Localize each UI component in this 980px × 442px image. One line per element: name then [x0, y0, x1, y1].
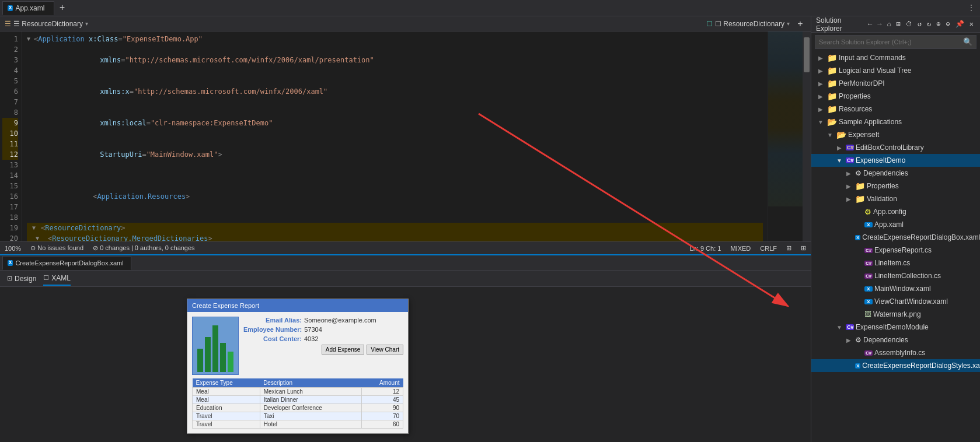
code-line-3: xmlns:x="http://schemas.microsoft.com/wi…: [27, 76, 763, 107]
preview-title-bar: Create Expense Report: [187, 299, 408, 312]
member-dropdown[interactable]: ☐ ☐ ResourceDictionary ▾: [706, 20, 790, 28]
proj-icon: C#: [846, 324, 854, 330]
se-minus-btn[interactable]: ⊖: [944, 19, 952, 29]
xaml-icon: X: [864, 286, 873, 292]
item-label: ViewChartWindow.xaml: [874, 297, 948, 306]
expense-cell: Mexican Lunch: [260, 388, 361, 396]
se-search-input[interactable]: [819, 38, 961, 45]
item-label: MainWindow.xaml: [874, 285, 931, 293]
tree-item-viewchart-xaml[interactable]: X ViewChartWindow.xaml: [811, 295, 980, 308]
tree-item-lineitem-cs[interactable]: C# LineItem.cs: [811, 257, 980, 269]
code-content[interactable]: ▼ <Application x:Class="ExpenseItDemo.Ap…: [22, 31, 768, 241]
tree-item-expenseit[interactable]: ▼ 📂 ExpenseIt: [811, 128, 980, 141]
tree-item-logical-visual[interactable]: ▶ 📁 Logical and Visual Tree: [811, 64, 980, 77]
se-back-btn[interactable]: ←: [866, 20, 874, 29]
xaml-icon: X: [855, 363, 860, 369]
item-label: LineItemCollection.cs: [874, 272, 941, 280]
layout-toggle[interactable]: ⊞: [786, 244, 791, 252]
folder-icon: 📁: [827, 104, 837, 114]
preview-area: Create Expense Report: [0, 287, 811, 442]
code-line-10: ▼ <ResourceDictionary.MergedDictionaries…: [27, 233, 763, 241]
arrow-icon: ▼: [835, 157, 844, 164]
item-label: ExpenseItDemo: [856, 156, 905, 164]
xaml-icon2: X: [8, 260, 13, 266]
tree-item-props-folder[interactable]: ▶ 📁 Properties: [811, 180, 980, 192]
tree-item-module-deps[interactable]: ▶ ⚙ Dependencies: [811, 334, 980, 346]
code-line-5: StartupUri="MainWindow.xaml">: [27, 139, 763, 170]
editor-toolbar: ☰ ☰ ResourceDictionary ▾ ☐ ☐ ResourceDic…: [0, 16, 811, 31]
folder-icon: 📁: [827, 53, 837, 62]
encoding-indicator: MIXED: [730, 245, 751, 252]
tree-item-expense-cs[interactable]: C# ExpenseReport.cs: [811, 244, 980, 257]
zoom-level[interactable]: 100%: [5, 245, 21, 252]
tree-item-app-config[interactable]: ⚙ App.config: [811, 205, 980, 218]
add-file-btn[interactable]: +: [794, 18, 806, 30]
se-forward-btn[interactable]: →: [876, 20, 883, 29]
tree-item-input-commands[interactable]: ▶ 📁 Input and Commands: [811, 51, 980, 64]
arrow-icon: ▶: [816, 106, 825, 113]
tree-item-mainwindow-xaml[interactable]: X MainWindow.xaml: [811, 282, 980, 295]
tree-item-permonitor[interactable]: ▶ 📁 PerMonitorDPI: [811, 77, 980, 90]
se-clock-btn[interactable]: ⏱: [904, 20, 914, 29]
line-ending-indicator: CRLF: [760, 245, 777, 252]
tree-item-watermark-png[interactable]: 🖼 Watermark.png: [811, 308, 980, 321]
dep-icon: ⚙: [855, 336, 862, 344]
se-home-btn[interactable]: ⌂: [885, 20, 892, 29]
tree-item-module[interactable]: ▼ C# ExpenseItDemoModule: [811, 321, 980, 334]
xaml-icon: X: [864, 222, 873, 227]
tree-item-lineitemcol-cs[interactable]: C# LineItemCollection.cs: [811, 269, 980, 282]
cs-icon: C#: [864, 350, 873, 356]
tree-item-expenseitdemo[interactable]: ▼ C# ExpenseItDemo: [811, 154, 980, 167]
expense-cell: 60: [361, 420, 403, 429]
expense-cell: Education: [193, 404, 260, 412]
view-chart-btn[interactable]: View Chart: [367, 345, 403, 355]
editor-area: ☰ ☰ ResourceDictionary ▾ ☐ ☐ ResourceDic…: [0, 16, 811, 442]
file-scope-dropdown[interactable]: ☰ ☰ ResourceDictionary ▾: [5, 20, 88, 28]
item-label: LineItem.cs: [874, 259, 910, 267]
add-expense-btn[interactable]: Add Expense: [322, 345, 365, 355]
se-refresh-btn[interactable]: ↺: [916, 19, 923, 29]
tree-item-sample-apps[interactable]: ▼ 📂 Sample Applications: [811, 115, 980, 128]
tree-item-editbox[interactable]: ▶ C# EditBoxControlLibrary: [811, 141, 980, 154]
scroll-thumb[interactable]: [804, 37, 810, 72]
se-add-btn[interactable]: ⊕: [934, 19, 942, 29]
tab-xaml[interactable]: ☐ XAML: [43, 272, 71, 286]
code-editor[interactable]: 12345 678 9 10 11 12 131415161718 192021…: [0, 31, 811, 241]
arrow-icon: ▶: [844, 196, 853, 202]
tree-item-deps[interactable]: ▶ ⚙ Dependencies: [811, 167, 980, 180]
preview-body: Email Alias: Someone@example.com Employe…: [187, 312, 408, 433]
se-search-icon[interactable]: 🔍: [963, 37, 972, 47]
item-label: CreateExpenseReportDialogStyles.xaml: [862, 362, 980, 370]
tab-app-xaml[interactable]: X App.xaml: [2, 1, 54, 15]
tree-item-assemblyinfo[interactable]: C# AssemblyInfo.cs: [811, 346, 980, 359]
se-grid-btn[interactable]: ⊞: [895, 19, 902, 29]
folder-icon: 📁: [855, 181, 865, 191]
se-close-btn[interactable]: ✕: [968, 19, 975, 29]
se-sync-btn[interactable]: ↻: [925, 19, 933, 29]
tree-item-resources[interactable]: ▶ 📁 Resources: [811, 103, 980, 115]
tree-item-app-xaml[interactable]: X App.xaml: [811, 218, 980, 231]
se-pin-btn[interactable]: 📌: [954, 19, 966, 29]
tab-design[interactable]: ⊡ Design: [7, 272, 36, 285]
add-tab-btn[interactable]: +: [55, 2, 68, 15]
item-label: Sample Applications: [839, 118, 902, 126]
tree-item-properties[interactable]: ▶ 📁 Properties: [811, 90, 980, 103]
cs-icon: C#: [864, 248, 873, 253]
expense-preview: Create Expense Report: [187, 299, 409, 434]
folder-icon: 📁: [827, 92, 837, 101]
folder-icon: 📁: [855, 194, 865, 204]
extra-btn[interactable]: ⊞: [801, 244, 806, 252]
tab-dialog-xaml[interactable]: X CreateExpenseReportDialogBox.xaml: [2, 256, 131, 270]
xaml-icon: X: [8, 5, 13, 11]
tree-item-create-expense[interactable]: X CreateExpenseReportDialogBox.xaml: [811, 231, 980, 244]
config-icon: ⚙: [864, 208, 871, 216]
pin-btn[interactable]: ⋮: [965, 3, 978, 13]
form-fields: Email Alias: Someone@example.com Employe…: [243, 317, 403, 375]
vertical-scrollbar[interactable]: [803, 31, 811, 241]
se-search-bar: 🔍: [815, 35, 976, 49]
member-label: ☐ ResourceDictionary: [715, 20, 784, 28]
folder-icon: 📁: [827, 79, 837, 88]
tree-item-dialog-styles[interactable]: X CreateExpenseReportDialogStyles.xaml: [811, 359, 980, 372]
tree-item-validation[interactable]: ▶ 📁 Validation: [811, 192, 980, 205]
col-desc: Description: [260, 378, 361, 388]
